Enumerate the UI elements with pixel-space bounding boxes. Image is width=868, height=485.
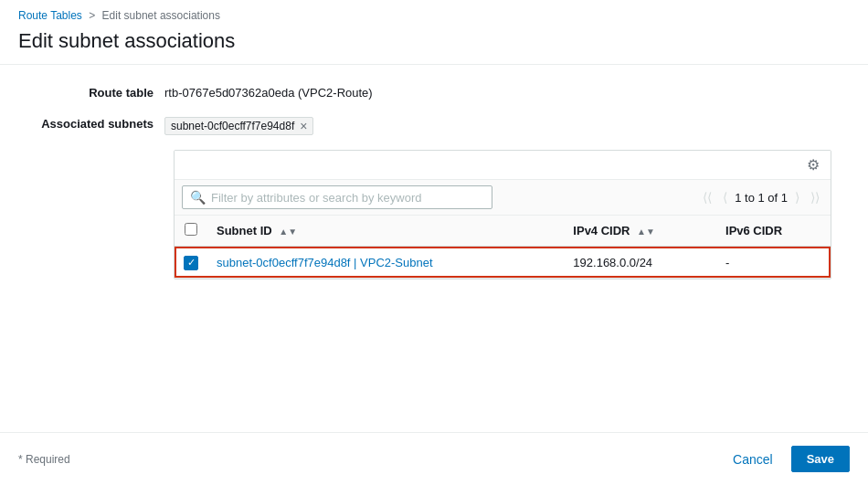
pagination: ⟨⟨ ⟨ 1 to 1 of 1 ⟩ ⟩⟩	[699, 188, 823, 206]
subnet-id-sort-icon: ▲▼	[279, 227, 297, 237]
table-row: ✓ subnet-0cf0ecff7f7e94d8f | VPC2-Subnet…	[175, 247, 831, 278]
header-ipv4-cidr: IPv4 CIDR ▲▼	[564, 216, 716, 247]
save-button[interactable]: Save	[791, 446, 850, 472]
header-ipv6-cidr: IPv6 CIDR	[716, 216, 831, 247]
required-text: * Required	[18, 453, 70, 466]
row-ipv6-cidr: -	[716, 247, 831, 278]
pagination-last-button[interactable]: ⟩⟩	[807, 188, 823, 206]
top-toolbar: ⚙	[175, 151, 831, 180]
header-checkbox[interactable]	[185, 223, 197, 236]
breadcrumb: Route Tables > Edit subnet associations	[0, 0, 868, 26]
subnet-table: Subnet ID ▲▼ IPv4 CIDR ▲▼ IPv6 CIDR ✓	[175, 216, 831, 279]
associated-subnets-row: Associated subnets subnet-0cf0ecff7f7e94…	[18, 114, 850, 135]
page-title: Edit subnet associations	[0, 26, 868, 65]
associated-subnets-label: Associated subnets	[18, 114, 164, 131]
pagination-next-button[interactable]: ⟩	[791, 188, 803, 206]
gear-button[interactable]: ⚙	[803, 154, 823, 175]
search-input[interactable]	[211, 191, 484, 205]
breadcrumb-current: Edit subnet associations	[102, 9, 220, 22]
cancel-button[interactable]: Cancel	[722, 447, 784, 472]
route-table-row: Route table rtb-0767e5d07362a0eda (VPC2-…	[18, 83, 850, 100]
search-box[interactable]: 🔍	[182, 185, 492, 209]
row-checkbox-checked[interactable]: ✓	[184, 256, 198, 270]
footer-actions: Cancel Save	[722, 446, 850, 472]
row-ipv4-cidr: 192.168.0.0/24	[564, 247, 716, 278]
subnet-table-container: ⚙ 🔍 ⟨⟨ ⟨ 1 to 1 of 1 ⟩ ⟩⟩	[174, 150, 831, 279]
subnet-chip: subnet-0cf0ecff7f7e94d8f ×	[164, 117, 313, 135]
header-subnet-id: Subnet ID ▲▼	[207, 216, 564, 247]
table-header-row: Subnet ID ▲▼ IPv4 CIDR ▲▼ IPv6 CIDR	[175, 216, 831, 247]
row-subnet-id: subnet-0cf0ecff7f7e94d8f | VPC2-Subnet	[207, 247, 564, 278]
table-toolbar: 🔍 ⟨⟨ ⟨ 1 to 1 of 1 ⟩ ⟩⟩	[175, 180, 831, 216]
subnet-chip-label: subnet-0cf0ecff7f7e94d8f	[171, 120, 294, 132]
associated-subnets-value: subnet-0cf0ecff7f7e94d8f ×	[164, 114, 313, 135]
pagination-first-button[interactable]: ⟨⟨	[699, 188, 715, 206]
route-table-value: rtb-0767e5d07362a0eda (VPC2-Route)	[164, 83, 373, 100]
pagination-prev-button[interactable]: ⟨	[719, 188, 731, 206]
breadcrumb-separator: >	[89, 9, 95, 22]
subnet-id-link[interactable]: subnet-0cf0ecff7f7e94d8f | VPC2-Subnet	[217, 256, 433, 269]
form-area: Route table rtb-0767e5d07362a0eda (VPC2-…	[0, 65, 868, 298]
breadcrumb-parent-link[interactable]: Route Tables	[18, 9, 82, 22]
row-checkbox-cell: ✓	[175, 247, 207, 278]
search-icon: 🔍	[190, 190, 206, 205]
ipv4-sort-icon: ▲▼	[637, 227, 655, 237]
footer-bar: * Required Cancel Save	[0, 432, 868, 485]
header-checkbox-cell	[175, 216, 207, 247]
pagination-count: 1 to 1 of 1	[735, 191, 788, 205]
subnet-chip-close[interactable]: ×	[300, 120, 307, 132]
route-table-label: Route table	[18, 83, 164, 100]
toolbar-right: ⟨⟨ ⟨ 1 to 1 of 1 ⟩ ⟩⟩	[699, 188, 823, 206]
